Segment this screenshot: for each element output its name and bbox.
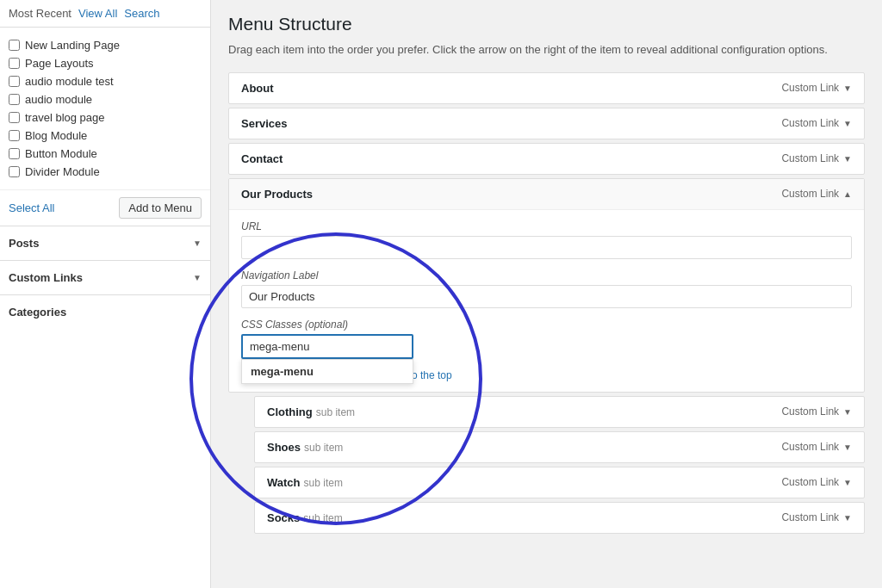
page-title: Menu Structure xyxy=(228,14,865,34)
accordion-label-categories: Categories xyxy=(9,306,66,319)
menu-sub-item-watch-type: Custom Link ▼ xyxy=(781,476,852,488)
chevron-down-icon[interactable]: ▼ xyxy=(843,154,852,164)
menu-sub-item-watch: Watchsub item Custom Link ▼ xyxy=(254,467,865,498)
accordion-header-posts[interactable]: Posts ▼ xyxy=(0,226,210,260)
menu-item-about-label: About xyxy=(241,82,274,95)
list-item: travel blog page xyxy=(9,108,202,127)
nav-label-label: Navigation Label xyxy=(241,269,852,282)
menu-sub-item-socks-label: Sockssub item xyxy=(267,511,343,524)
menu-item-our-products-header[interactable]: Our Products Custom Link ▲ xyxy=(229,179,864,209)
sidebar-tabs: Most Recent View All Search xyxy=(0,0,210,28)
main-content: Menu Structure Drag each item into the o… xyxy=(211,0,882,588)
menu-sub-item-shoes-header[interactable]: Shoessub item Custom Link ▼ xyxy=(255,432,864,462)
url-label: URL xyxy=(241,220,852,232)
item-label: Blog Module xyxy=(25,129,87,142)
url-field-group: URL xyxy=(241,220,852,259)
accordion-posts[interactable]: Posts ▼ xyxy=(0,226,210,260)
item-checkbox-travel-blog[interactable] xyxy=(9,112,20,123)
item-label: Page Layouts xyxy=(25,57,94,70)
chevron-down-icon[interactable]: ▼ xyxy=(843,443,852,452)
tab-most-recent[interactable]: Most Recent xyxy=(9,7,71,27)
sidebar-items: New Landing Page Page Layouts audio modu… xyxy=(0,28,210,189)
item-checkbox-divider-module[interactable] xyxy=(9,166,20,177)
item-checkbox-audio-module[interactable] xyxy=(9,94,20,105)
chevron-down-icon[interactable]: ▼ xyxy=(843,513,852,523)
menu-item-about: About Custom Link ▼ xyxy=(228,72,865,104)
menu-sub-item-shoes-type: Custom Link ▼ xyxy=(781,441,852,453)
item-label: audio module test xyxy=(25,75,114,88)
item-checkbox-audio-module-test[interactable] xyxy=(9,76,20,87)
item-checkbox-button-module[interactable] xyxy=(9,148,20,159)
menu-sub-item-clothing: Clothingsub item Custom Link ▼ xyxy=(254,396,865,428)
menu-item-contact-header[interactable]: Contact Custom Link ▼ xyxy=(229,144,864,174)
menu-item-our-products-label: Our Products xyxy=(241,188,313,201)
accordion-custom-links[interactable]: Custom Links ▼ xyxy=(0,260,210,294)
nav-label-input[interactable] xyxy=(241,285,852,308)
menu-sub-item-shoes-label: Shoessub item xyxy=(267,441,343,454)
list-item: Page Layouts xyxy=(9,54,202,72)
menu-sub-item-socks: Sockssub item Custom Link ▼ xyxy=(254,502,865,534)
menu-item-services: Services Custom Link ▼ xyxy=(228,108,865,139)
sidebar-actions: Select All Add to Menu xyxy=(0,189,210,226)
accordion-label-posts: Posts xyxy=(9,237,39,250)
menu-item-services-type: Custom Link ▼ xyxy=(781,117,852,129)
chevron-down-icon[interactable]: ▼ xyxy=(843,478,852,487)
sub-item-sublabel: sub item xyxy=(304,477,343,489)
css-input-wrapper: mega-menu xyxy=(241,334,852,359)
menu-sub-item-socks-header[interactable]: Sockssub item Custom Link ▼ xyxy=(255,503,864,533)
menu-sub-item-clothing-header[interactable]: Clothingsub item Custom Link ▼ xyxy=(255,397,864,427)
tab-view-all[interactable]: View All xyxy=(78,7,117,27)
chevron-down-icon[interactable]: ▼ xyxy=(843,119,852,128)
item-label: New Landing Page xyxy=(25,39,120,52)
menu-sub-item-clothing-type: Custom Link ▼ xyxy=(781,405,852,418)
css-classes-input[interactable] xyxy=(241,334,413,359)
css-classes-label: CSS Classes (optional) xyxy=(241,319,852,331)
menu-item-our-products: Our Products Custom Link ▲ URL Navigatio… xyxy=(228,178,865,393)
menu-item-services-label: Services xyxy=(241,117,288,130)
list-item: audio module test xyxy=(9,72,202,90)
list-item: Blog Module xyxy=(9,127,202,145)
accordion-header-custom-links[interactable]: Custom Links ▼ xyxy=(0,261,210,294)
item-label: Button Module xyxy=(25,147,97,160)
item-checkbox-blog-module[interactable] xyxy=(9,130,20,141)
page-description: Drag each item into the order you prefer… xyxy=(228,41,865,59)
css-classes-field-group: CSS Classes (optional) mega-menu xyxy=(241,319,852,359)
item-checkbox-page-layouts[interactable] xyxy=(9,58,20,69)
menu-item-services-header[interactable]: Services Custom Link ▼ xyxy=(229,108,864,139)
tab-search[interactable]: Search xyxy=(124,7,159,27)
menu-item-contact-label: Contact xyxy=(241,152,283,165)
menu-item-about-header[interactable]: About Custom Link ▼ xyxy=(229,73,864,103)
autocomplete-dropdown: mega-menu xyxy=(241,359,413,384)
menu-item-our-products-type: Custom Link ▲ xyxy=(781,188,852,200)
chevron-down-icon[interactable]: ▼ xyxy=(843,84,852,93)
accordion-label-custom-links: Custom Links xyxy=(9,271,83,284)
select-all-link[interactable]: Select All xyxy=(9,201,54,214)
menu-sub-item-socks-type: Custom Link ▼ xyxy=(781,511,852,523)
sub-item-sublabel: sub item xyxy=(304,442,343,454)
menu-item-contact: Contact Custom Link ▼ xyxy=(228,143,865,175)
item-label: travel blog page xyxy=(25,111,105,124)
accordion-header-categories[interactable]: Categories xyxy=(0,295,210,329)
menu-item-our-products-body: URL Navigation Label CSS Classes (option… xyxy=(229,209,864,392)
item-label: audio module xyxy=(25,93,92,106)
menu-item-about-type: Custom Link ▼ xyxy=(781,82,852,94)
list-item: Divider Module xyxy=(9,163,202,181)
list-item: audio module xyxy=(9,90,202,108)
sub-item-sublabel: sub item xyxy=(303,512,342,524)
accordion-categories[interactable]: Categories xyxy=(0,294,210,329)
chevron-up-icon[interactable]: ▲ xyxy=(843,189,852,199)
nav-label-field-group: Navigation Label xyxy=(241,269,852,308)
list-item: New Landing Page xyxy=(9,36,202,54)
menu-item-contact-type: Custom Link ▼ xyxy=(781,152,852,164)
autocomplete-item-mega-menu[interactable]: mega-menu xyxy=(242,360,413,383)
menu-sub-item-shoes: Shoessub item Custom Link ▼ xyxy=(254,431,865,463)
add-to-menu-button[interactable]: Add to Menu xyxy=(119,197,202,219)
menu-sub-item-clothing-label: Clothingsub item xyxy=(267,405,355,418)
list-item: Button Module xyxy=(9,145,202,163)
chevron-down-icon[interactable]: ▼ xyxy=(843,407,852,417)
item-checkbox-new-landing-page[interactable] xyxy=(9,40,20,51)
sidebar: Most Recent View All Search New Landing … xyxy=(0,0,211,588)
menu-sub-item-watch-header[interactable]: Watchsub item Custom Link ▼ xyxy=(255,467,864,498)
url-input[interactable] xyxy=(241,236,852,259)
app-layout: Most Recent View All Search New Landing … xyxy=(0,0,882,588)
